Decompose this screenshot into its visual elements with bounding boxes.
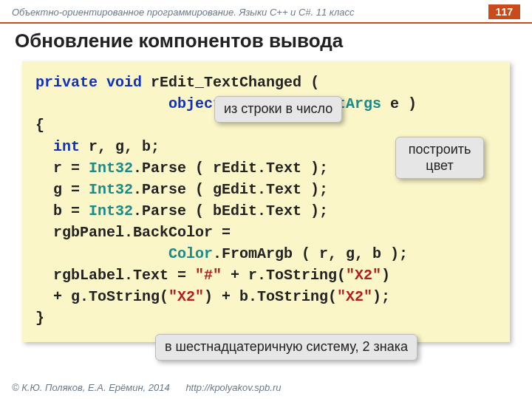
- code-text: .Parse ( gEdit.Text );: [133, 181, 328, 198]
- code-text: ): [381, 267, 390, 284]
- keyword-private: private: [35, 74, 98, 91]
- code-line: rgbPanel.BackColor =: [35, 222, 497, 243]
- code-line: + g.ToString("X2") + b.ToString("X2");: [35, 286, 497, 307]
- string-literal: "X2": [168, 288, 204, 305]
- keyword-int: int: [53, 138, 80, 155]
- code-line: private void rEdit_TextChanged (: [35, 72, 497, 93]
- code-text: + r.ToString(: [222, 267, 346, 284]
- string-literal: "X2": [337, 288, 372, 305]
- type-color: Color: [168, 245, 213, 262]
- code-text: );: [372, 288, 390, 305]
- code-line: b = Int32.Parse ( bEdit.Text );: [35, 200, 497, 222]
- code-text: rgbLabel.Text =: [35, 267, 195, 284]
- type-int32: Int32: [89, 202, 133, 219]
- page-title: Обновление компонентов вывода: [0, 24, 532, 61]
- footer-copyright: © К.Ю. Поляков, Е.А. Ерёмин, 2014: [12, 382, 170, 393]
- code-text: g =: [35, 181, 89, 198]
- code-text: .Parse ( rEdit.Text );: [133, 160, 328, 177]
- type-int32: Int32: [89, 160, 133, 177]
- code-text: .FromArgb ( r, g, b );: [213, 245, 408, 262]
- code-text: + g.ToString(: [35, 288, 168, 305]
- keyword-void: void: [106, 74, 142, 91]
- string-literal: "X2": [346, 267, 381, 284]
- code-text: .Parse ( bEdit.Text );: [133, 202, 328, 219]
- string-literal: "#": [195, 267, 222, 284]
- header-bar: Объектно-ориентированное программировани…: [0, 0, 532, 24]
- code-text: r, g, b;: [89, 138, 160, 155]
- page-number: 117: [488, 4, 520, 19]
- footer: © К.Ю. Поляков, Е.А. Ерёмин, 2014 http:/…: [12, 382, 281, 393]
- code-line: rgbLabel.Text = "#" + r.ToString("X2"): [35, 265, 497, 286]
- callout-string-to-number: из строки в число: [214, 96, 342, 123]
- header-topic: Объектно-ориентированное программировани…: [12, 7, 355, 18]
- method-name: rEdit_TextChanged: [151, 74, 301, 91]
- code-line: Color.FromArgb ( r, g, b );: [35, 243, 497, 265]
- code-text: ) + b.ToString(: [204, 288, 337, 305]
- code-text: e ): [390, 95, 417, 112]
- type-int32: Int32: [89, 181, 133, 198]
- code-line: g = Int32.Parse ( gEdit.Text );: [35, 179, 497, 200]
- code-text: (: [310, 74, 319, 91]
- callout-build-color: построить цвет: [395, 137, 484, 179]
- callout-hex-format: в шестнадцатеричную систему, 2 знака: [155, 334, 417, 361]
- footer-url: http://kpolyakov.spb.ru: [185, 382, 281, 393]
- code-text: b =: [35, 202, 89, 219]
- code-line: }: [35, 307, 497, 329]
- code-text: r =: [35, 160, 89, 177]
